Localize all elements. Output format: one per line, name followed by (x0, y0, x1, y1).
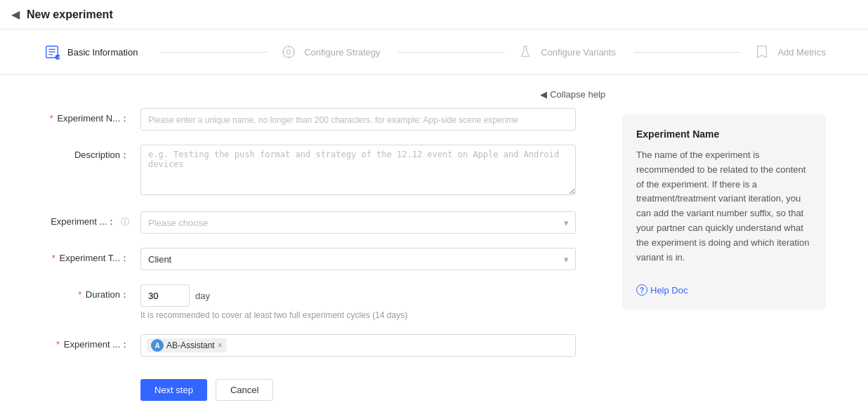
step-configure-strategy-label: Configure Strategy (304, 47, 380, 58)
form-icon: ✓ (42, 42, 62, 62)
required-mark-2: * (52, 253, 55, 263)
steps-bar: ✓ Basic Information Configure Strategy (0, 29, 868, 75)
chevron-left-icon: ◀ (540, 89, 547, 100)
experiment-group-select-wrapper: Please choose (140, 211, 576, 234)
help-panel: Experiment Name The name of the experime… (622, 114, 826, 310)
experiment-owner-row: * Experiment ...： A AB-Assistant × (42, 334, 605, 357)
description-input[interactable] (140, 145, 576, 195)
experiment-type-select-wrapper: Client Server Feature Flag (140, 248, 576, 270)
duration-row: * Duration： day It is recommended to cov… (42, 284, 605, 320)
help-doc-icon: ? (636, 284, 647, 296)
tag-avatar-ab-assistant: A (151, 339, 164, 352)
required-mark: * (50, 113, 53, 124)
help-panel-title: Experiment Name (636, 128, 812, 140)
experiment-type-field: Client Server Feature Flag (140, 248, 576, 270)
duration-hint: It is recommended to cover at least two … (140, 310, 576, 320)
description-field (140, 145, 576, 197)
next-step-button[interactable]: Next step (140, 379, 207, 401)
tag-label-ab-assistant: AB-Assistant (166, 340, 215, 350)
help-panel-text: The name of the experiment is recommende… (636, 148, 812, 265)
back-button[interactable]: ◀ (11, 8, 20, 21)
flask-icon (515, 42, 535, 62)
step-add-metrics-label: Add Metrics (777, 47, 826, 58)
header: ◀ New experiment (0, 0, 868, 29)
step-line-2 (397, 52, 505, 53)
duration-input[interactable] (140, 284, 190, 307)
step-configure-strategy[interactable]: Configure Strategy (279, 42, 386, 62)
experiment-name-input[interactable] (140, 108, 576, 131)
form-actions: Next step Cancel (42, 379, 605, 401)
step-configure-variants-label: Configure Variants (541, 47, 616, 58)
settings-icon (279, 42, 298, 62)
experiment-name-row: * Experiment N...： (42, 108, 605, 131)
form-area: ◀ Collapse help * Experiment N...： Descr… (42, 89, 605, 401)
experiment-owner-tags-input[interactable]: A AB-Assistant × (140, 334, 576, 357)
experiment-owner-label: * Experiment ...： (42, 334, 140, 351)
step-add-metrics[interactable]: Add Metrics (752, 42, 826, 62)
description-label: Description： (42, 145, 140, 161)
experiment-owner-field: A AB-Assistant × (140, 334, 576, 357)
duration-label: * Duration： (42, 284, 140, 301)
svg-point-7 (287, 50, 291, 54)
page-title: New experiment (27, 8, 113, 21)
collapse-help-label: Collapse help (550, 89, 605, 100)
experiment-group-field: Please choose (140, 211, 576, 234)
required-mark-3: * (78, 289, 81, 300)
help-doc-label: Help Doc (650, 285, 688, 296)
experiment-type-row: * Experiment T...： Client Server Feature… (42, 248, 605, 270)
help-doc-link[interactable]: ? Help Doc (636, 284, 812, 296)
duration-input-wrap: day (140, 284, 576, 307)
step-basic-information-label: Basic Information (67, 47, 138, 58)
duration-unit-label: day (195, 291, 210, 301)
step-basic-information[interactable]: ✓ Basic Information (42, 42, 150, 62)
experiment-type-label: * Experiment T...： (42, 248, 140, 265)
experiment-type-select[interactable]: Client Server Feature Flag (140, 248, 576, 270)
required-mark-4: * (56, 339, 60, 350)
svg-text:✓: ✓ (57, 55, 60, 60)
duration-field: day It is recommended to cover at least … (140, 284, 576, 320)
collapse-help-row: ◀ Collapse help (42, 89, 605, 100)
step-line-3 (634, 52, 742, 53)
experiment-name-field (140, 108, 576, 131)
tag-ab-assistant: A AB-Assistant × (147, 338, 227, 352)
experiment-group-help-icon[interactable]: ⓘ (121, 217, 129, 227)
experiment-group-select[interactable]: Please choose (140, 211, 576, 234)
tag-close-ab-assistant[interactable]: × (218, 341, 223, 350)
experiment-name-label: * Experiment N...： (42, 108, 140, 125)
step-line-1 (161, 52, 268, 53)
step-configure-variants[interactable]: Configure Variants (515, 42, 623, 62)
main-content: ◀ Collapse help * Experiment N...： Descr… (0, 75, 868, 415)
collapse-help-button[interactable]: ◀ Collapse help (540, 89, 605, 100)
description-row: Description： (42, 145, 605, 197)
bookmark-icon (752, 42, 772, 62)
experiment-group-label: Experiment ...： ⓘ (42, 211, 140, 228)
experiment-group-row: Experiment ...： ⓘ Please choose (42, 211, 605, 234)
cancel-button[interactable]: Cancel (216, 379, 273, 401)
